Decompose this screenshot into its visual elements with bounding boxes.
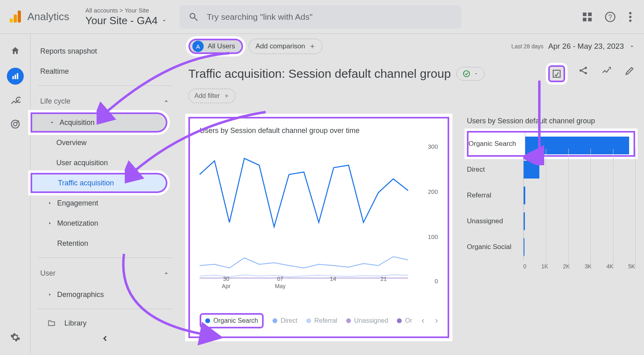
date-range-picker[interactable]: Last 28 days Apr 26 - May 23, 2023 (512, 42, 635, 51)
data-quality-chip[interactable] (456, 67, 485, 81)
sidebar-realtime[interactable]: Realtime (31, 61, 180, 81)
sidebar-demographics[interactable]: Demographics (31, 284, 180, 305)
svg-rect-15 (553, 70, 560, 77)
share-icon[interactable] (578, 65, 588, 76)
caret-down-icon (629, 43, 635, 50)
legend-direct[interactable]: Direct (272, 317, 297, 324)
search-input[interactable]: Try searching "link with Ads" (180, 5, 461, 29)
plus-icon (309, 43, 316, 50)
legend-referral[interactable]: Referral (306, 317, 337, 324)
account-picker[interactable]: All accounts > Your Site Your Site - GA4 (85, 7, 167, 27)
app-header: Analytics All accounts > Your Site Your … (0, 0, 644, 34)
caret-right-icon (47, 292, 52, 297)
caret-down-icon (474, 71, 479, 76)
sidebar-section-lifecycle[interactable]: Life cycle (31, 90, 180, 112)
svg-rect-9 (14, 75, 16, 79)
analytics-logo-icon (8, 10, 23, 24)
bar-fill (524, 187, 525, 204)
breadcrumb: All accounts > Your Site (85, 7, 167, 14)
svg-rect-10 (17, 73, 18, 79)
sidebar-divider (38, 85, 172, 86)
plus-icon (224, 93, 229, 99)
svg-point-6 (629, 16, 632, 18)
more-vert-icon[interactable] (629, 11, 632, 23)
admin-gear-icon[interactable] (10, 332, 21, 343)
search-icon (188, 12, 199, 22)
svg-point-14 (464, 71, 470, 77)
property-selector: Your Site - GA4 (85, 15, 167, 27)
card-title: Users by Session default channel group (467, 117, 635, 125)
bar-chart-card: Users by Session default channel group O… (467, 117, 635, 338)
sidebar-divider (38, 309, 172, 309)
all-users-chip[interactable]: A All Users (188, 39, 243, 54)
caret-down-icon (49, 120, 55, 125)
customize-report-icon[interactable] (548, 65, 565, 82)
bar-x-axis: 01K2K3K4K5K (467, 263, 635, 270)
sidebar-user-acquisition[interactable]: User acquisition (31, 153, 180, 173)
line-plot (200, 145, 409, 282)
bar-fill (524, 212, 525, 230)
edit-pencil-icon[interactable] (625, 65, 635, 76)
bar-row-direct[interactable]: Direct (467, 157, 635, 183)
chevron-up-icon (163, 98, 170, 105)
line-chart-card: Users by Session default channel group o… (188, 117, 449, 338)
caret-right-icon (47, 201, 52, 206)
chart-legend: Organic Search Direct Referral Unassigne… (200, 313, 438, 328)
segment-avatar-icon: A (192, 41, 204, 52)
left-nav-rail (0, 34, 31, 355)
legend-prev-icon[interactable]: ‹ (421, 316, 424, 326)
apps-icon[interactable] (583, 12, 592, 21)
svg-rect-2 (18, 10, 21, 23)
legend-organic-social[interactable]: Or (397, 317, 412, 324)
insights-icon[interactable] (601, 65, 612, 76)
bar-row-organic-social[interactable]: Organic Social (467, 234, 635, 260)
bar-row-organic-search[interactable]: Organic Search (467, 131, 635, 157)
chevron-left-icon[interactable] (101, 334, 109, 343)
sidebar-traffic-acquisition[interactable]: Traffic acquisition (31, 173, 167, 193)
logo-block: Analytics (8, 10, 69, 24)
product-name: Analytics (27, 10, 69, 23)
sidebar-reports-snapshot[interactable]: Reports snapshot (31, 41, 180, 61)
sidebar-section-user[interactable]: User (31, 262, 180, 284)
svg-point-13 (13, 122, 17, 126)
add-filter-button[interactable]: Add filter (188, 89, 235, 103)
svg-text:?: ? (608, 13, 612, 20)
page-title: Traffic acquisition: Session default cha… (188, 67, 451, 81)
svg-rect-0 (10, 19, 13, 23)
svg-point-5 (629, 12, 632, 14)
caret-right-icon (47, 221, 52, 226)
legend-organic-search[interactable]: Organic Search (200, 313, 264, 328)
sidebar-monetization[interactable]: Monetization (31, 213, 180, 233)
folder-icon (47, 319, 56, 327)
add-comparison-button[interactable]: Add comparison (249, 39, 322, 54)
check-circle-icon (462, 70, 471, 78)
sidebar-overview[interactable]: Overview (31, 133, 180, 153)
sidebar-library[interactable]: Library (31, 313, 180, 333)
home-icon[interactable] (10, 45, 21, 56)
chevron-up-icon (163, 270, 170, 277)
advertising-icon[interactable] (10, 118, 21, 130)
bar-fill (524, 238, 524, 256)
bar-fill (524, 161, 539, 179)
sidebar-divider (38, 257, 172, 258)
sidebar-retention[interactable]: Retention (31, 233, 180, 253)
bar-row-referral[interactable]: Referral (467, 183, 635, 208)
caret-down-icon (161, 17, 167, 24)
svg-point-7 (629, 19, 632, 22)
bar-fill (525, 137, 629, 154)
sidebar-acquisition[interactable]: Acquisition (31, 112, 167, 133)
report-sidebar: Reports snapshot Realtime Life cycle Acq… (31, 34, 180, 355)
help-icon[interactable]: ? (605, 11, 616, 23)
search-placeholder: Try searching "link with Ads" (207, 12, 313, 22)
svg-rect-8 (12, 76, 14, 79)
svg-rect-1 (14, 15, 17, 23)
card-title: Users by Session default channel group o… (200, 127, 438, 135)
reports-icon[interactable] (7, 68, 24, 85)
explore-icon[interactable] (10, 96, 21, 107)
main-content: A All Users Add comparison Last 28 days … (180, 34, 644, 355)
bar-row-unassigned[interactable]: Unassigned (467, 208, 635, 234)
legend-next-icon[interactable]: › (435, 316, 438, 326)
sidebar-engagement[interactable]: Engagement (31, 193, 180, 213)
legend-unassigned[interactable]: Unassigned (346, 317, 388, 324)
